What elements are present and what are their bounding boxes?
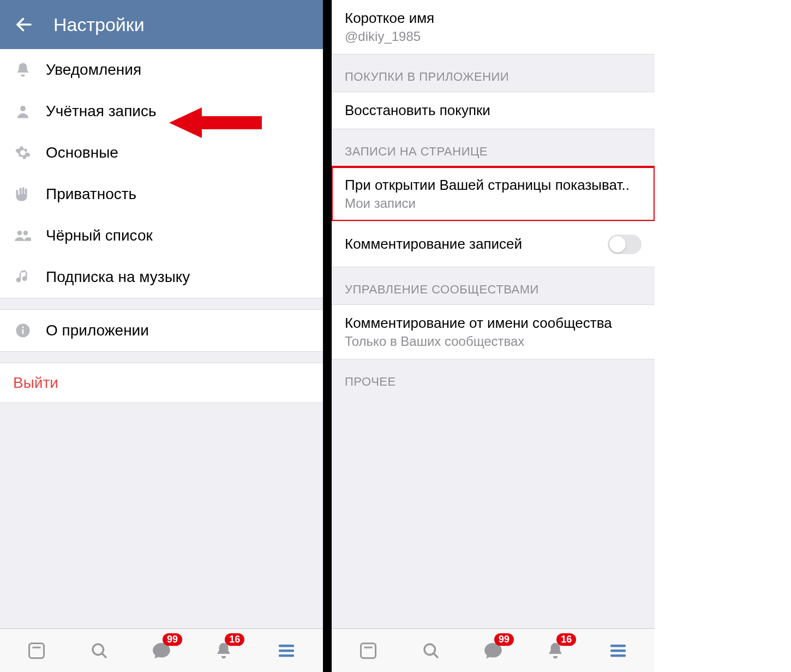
settings-item-notifications[interactable]: Уведомления <box>0 49 323 91</box>
notifications-badge: 16 <box>556 633 576 646</box>
header: Настройки <box>0 0 323 49</box>
tab-bar: 99 16 <box>332 628 655 672</box>
svg-line-18 <box>433 653 437 657</box>
settings-item-privacy[interactable]: Приватность <box>0 173 323 215</box>
hand-icon <box>13 184 33 204</box>
settings-list: Уведомления Учётная запись Основные Прив… <box>0 49 323 298</box>
comments-switch[interactable] <box>608 235 642 254</box>
restore-purchases-label: Восстановить покупки <box>345 102 642 119</box>
wall-block: При открытии Вашей страницы показыват.. … <box>332 166 655 267</box>
page-title: Настройки <box>53 14 145 35</box>
row-label: Учётная запись <box>46 103 157 120</box>
svg-point-2 <box>17 231 22 236</box>
settings-item-blacklist[interactable]: Чёрный список <box>0 215 323 256</box>
info-icon <box>13 321 33 340</box>
tab-bar: 99 16 <box>0 628 323 672</box>
row-label: Уведомления <box>46 61 141 79</box>
logout-section: Выйти <box>0 363 323 403</box>
settings-item-account[interactable]: Учётная запись <box>0 91 323 132</box>
tab-messages[interactable]: 99 <box>146 635 177 666</box>
tab-notifications[interactable]: 16 <box>540 635 571 666</box>
section-header-other: ПРОЧЕЕ <box>332 359 655 392</box>
pane-divider <box>323 0 332 672</box>
row-label: Выйти <box>13 374 58 392</box>
tab-menu[interactable] <box>603 635 633 666</box>
tab-search[interactable] <box>416 635 446 666</box>
section-header-wall: ЗАПИСИ НА СТРАНИЦЕ <box>332 129 655 166</box>
row-label: Приватность <box>46 185 136 203</box>
switch-knob <box>609 236 626 253</box>
user-icon <box>13 101 33 121</box>
section-header-communities: УПРАВЛЕНИЕ СООБЩЕСТВАМИ <box>332 267 655 304</box>
about-section: О приложении <box>0 310 323 351</box>
restore-purchases-item[interactable]: Восстановить покупки <box>332 92 655 129</box>
messages-badge: 99 <box>494 633 514 646</box>
section-gap <box>0 351 323 363</box>
empty-area <box>0 403 323 628</box>
svg-rect-15 <box>361 643 376 658</box>
notifications-badge: 16 <box>225 633 244 646</box>
settings-item-about[interactable]: О приложении <box>0 310 323 351</box>
tab-menu[interactable] <box>271 635 302 666</box>
community-comment-item[interactable]: Комментирование от имени сообщества Толь… <box>332 304 655 359</box>
tab-search[interactable] <box>84 635 115 666</box>
section-header-purchases: ПОКУПКИ В ПРИЛОЖЕНИИ <box>332 55 655 92</box>
community-comment-label: Комментирование от имени сообщества <box>345 315 642 332</box>
tab-news[interactable] <box>353 635 383 666</box>
row-label: Основные <box>46 144 118 161</box>
gear-icon <box>13 143 33 163</box>
svg-point-6 <box>22 326 23 328</box>
wall-open-label: При открытии Вашей страницы показыват.. <box>345 177 642 194</box>
bell-icon <box>13 60 33 80</box>
svg-rect-8 <box>29 643 44 658</box>
section-gap <box>0 298 323 310</box>
wall-default-item[interactable]: При открытии Вашей страницы показыват.. … <box>332 167 655 221</box>
svg-point-1 <box>20 106 26 111</box>
users-icon <box>13 226 33 245</box>
row-label: О приложении <box>46 322 149 339</box>
settings-pane: Настройки Уведомления Учётная запись Осн… <box>0 0 323 672</box>
back-button[interactable] <box>11 11 37 38</box>
row-label: Подписка на музыку <box>46 268 190 286</box>
community-comment-value: Только в Ваших сообществах <box>345 334 642 349</box>
comments-toggle-item[interactable]: Комментирование записей <box>332 221 655 267</box>
wall-open-value: Мои записи <box>345 196 642 211</box>
account-content: Короткое имя @dikiy_1985 ПОКУПКИ В ПРИЛО… <box>332 0 655 628</box>
arrow-left-icon <box>14 15 34 34</box>
tab-messages[interactable]: 99 <box>478 635 508 666</box>
comments-label: Комментирование записей <box>345 236 642 253</box>
settings-item-music[interactable]: Подписка на музыку <box>0 256 323 298</box>
tab-notifications[interactable]: 16 <box>208 635 239 666</box>
settings-item-general[interactable]: Основные <box>0 132 323 173</box>
whitespace <box>655 0 791 672</box>
account-pane: Короткое имя @dikiy_1985 ПОКУПКИ В ПРИЛО… <box>332 0 655 672</box>
logout-button[interactable]: Выйти <box>0 363 323 403</box>
short-name-value: @dikiy_1985 <box>345 29 642 44</box>
svg-rect-5 <box>22 329 24 334</box>
music-icon <box>13 267 33 287</box>
messages-badge: 99 <box>163 633 182 646</box>
svg-point-3 <box>23 231 28 236</box>
tab-news[interactable] <box>21 635 52 666</box>
short-name-label: Короткое имя <box>345 10 642 27</box>
row-label: Чёрный список <box>46 227 153 244</box>
short-name-item[interactable]: Короткое имя @dikiy_1985 <box>332 0 655 55</box>
svg-line-11 <box>101 653 105 657</box>
